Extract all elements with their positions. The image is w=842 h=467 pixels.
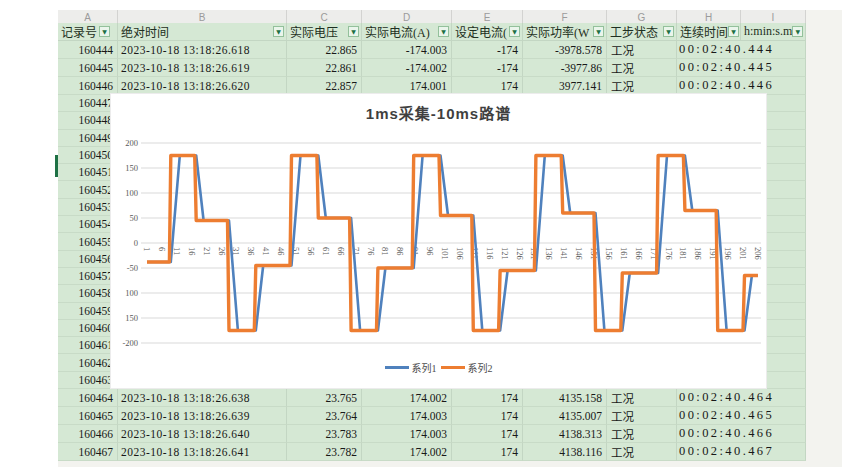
set-current-cell[interactable]: -174 [452, 59, 523, 77]
record-id-cell[interactable]: 160461 [58, 337, 118, 354]
abs-time-cell[interactable]: 2023-10-18 13:18:26.641 [118, 443, 287, 461]
filter-dropdown-button[interactable]: ▼ [99, 26, 110, 37]
column-letter-C[interactable]: C [287, 10, 362, 23]
filter-dropdown-button[interactable]: ▼ [792, 26, 803, 37]
record-id-cell[interactable]: 160458 [58, 285, 118, 302]
record-id-cell[interactable]: 160448 [58, 112, 118, 129]
set-current-cell[interactable]: 174 [452, 443, 523, 461]
filter-dropdown-button[interactable]: ▼ [663, 26, 674, 37]
record-id-cell[interactable]: 160460 [58, 320, 118, 337]
record-id-cell[interactable]: 160444 [58, 41, 118, 59]
column-header-D[interactable]: 实际电流(A)▼ [362, 23, 452, 41]
legend-item-1[interactable]: 系列1 [385, 360, 437, 375]
step-status-cell[interactable]: 工况 [607, 41, 677, 59]
record-id-cell[interactable]: 160445 [58, 59, 118, 77]
actual-current-cell[interactable]: 174.002 [362, 443, 452, 461]
actual-power-cell[interactable]: 4135.158 [523, 389, 607, 407]
legend-item-2[interactable]: 系列2 [441, 360, 493, 375]
actual-current-cell[interactable]: 174.002 [362, 389, 452, 407]
elapsed-time-cell[interactable]: 00:02:40.445 [677, 59, 806, 77]
column-header-I[interactable]: h:min:s.m▼ [741, 23, 806, 41]
elapsed-time-cell[interactable]: 00:02:40.465 [677, 407, 806, 425]
abs-time-cell[interactable]: 2023-10-18 13:18:26.618 [118, 41, 287, 59]
record-id-cell[interactable]: 160450 [58, 147, 118, 164]
actual-voltage-cell[interactable]: 22.861 [287, 59, 362, 77]
column-letter-A[interactable]: A [58, 10, 118, 23]
elapsed-time-cell[interactable]: 00:02:40.467 [677, 443, 806, 461]
column-letter-H[interactable]: H [677, 10, 741, 23]
actual-current-cell[interactable]: 174.003 [362, 407, 452, 425]
column-header-A[interactable]: 记录号▼ [58, 23, 118, 41]
embedded-chart[interactable]: 1611162126313641465156616671768186919610… [110, 93, 767, 389]
abs-time-cell[interactable]: 2023-10-18 13:18:26.639 [118, 407, 287, 425]
actual-current-cell[interactable]: -174.002 [362, 59, 452, 77]
actual-power-cell[interactable]: -3977.86 [523, 59, 607, 77]
record-id-cell[interactable]: 160449 [58, 130, 118, 147]
step-status-cell[interactable]: 工况 [607, 443, 677, 461]
record-id-cell[interactable]: 160446 [58, 77, 118, 95]
legend-label: 系列1 [412, 360, 437, 375]
filter-dropdown-button[interactable]: ▼ [593, 26, 604, 37]
abs-time-cell[interactable]: 2023-10-18 13:18:26.619 [118, 59, 287, 77]
abs-time-cell[interactable]: 2023-10-18 13:18:26.638 [118, 389, 287, 407]
record-id-cell[interactable]: 160467 [58, 443, 118, 461]
actual-power-cell[interactable]: 4138.313 [523, 425, 607, 443]
elapsed-time-cell[interactable]: 00:02:40.464 [677, 389, 806, 407]
record-id-cell[interactable]: 160459 [58, 303, 118, 320]
record-id-cell[interactable]: 160447 [58, 95, 118, 112]
column-letter-G[interactable]: G [607, 10, 677, 23]
record-id-cell[interactable]: 160454 [58, 216, 118, 233]
filter-dropdown-button[interactable]: ▼ [728, 26, 739, 37]
actual-voltage-cell[interactable]: 23.765 [287, 389, 362, 407]
column-letter-E[interactable]: E [452, 10, 523, 23]
record-id-cell[interactable]: 160456 [58, 251, 118, 268]
set-current-cell[interactable]: 174 [452, 407, 523, 425]
record-id-cell[interactable]: 160463 [58, 372, 118, 389]
record-id-cell[interactable]: 160455 [58, 233, 118, 250]
set-current-cell[interactable]: 174 [452, 389, 523, 407]
column-header-E[interactable]: 设定电流(▼ [452, 23, 523, 41]
elapsed-time-cell[interactable]: 00:02:40.466 [677, 425, 806, 443]
actual-voltage-cell[interactable]: 23.764 [287, 407, 362, 425]
filter-dropdown-button[interactable]: ▼ [509, 26, 520, 37]
chart-plot-area [111, 94, 768, 390]
step-status-cell[interactable]: 工况 [607, 389, 677, 407]
set-current-cell[interactable]: 174 [452, 425, 523, 443]
column-letter-I[interactable]: I [741, 10, 806, 23]
elapsed-time-cell[interactable]: 00:02:40.444 [677, 41, 806, 59]
step-status-cell[interactable]: 工况 [607, 59, 677, 77]
actual-current-cell[interactable]: 174.003 [362, 425, 452, 443]
record-id-cell[interactable]: 160465 [58, 407, 118, 425]
filter-dropdown-button[interactable]: ▼ [438, 26, 449, 37]
abs-time-cell[interactable]: 2023-10-18 13:18:26.640 [118, 425, 287, 443]
column-letter-F[interactable]: F [523, 10, 607, 23]
column-header-B[interactable]: 绝对时间▼ [118, 23, 287, 41]
column-header-H[interactable]: 连续时间▼ [677, 23, 741, 41]
filter-dropdown-button[interactable]: ▼ [348, 26, 359, 37]
column-header-C[interactable]: 实际电压▼ [287, 23, 362, 41]
actual-voltage-cell[interactable]: 22.865 [287, 41, 362, 59]
actual-current-cell[interactable]: -174.003 [362, 41, 452, 59]
actual-voltage-cell[interactable]: 23.782 [287, 443, 362, 461]
step-status-cell[interactable]: 工况 [607, 407, 677, 425]
record-id-cell[interactable]: 160464 [58, 389, 118, 407]
column-header-G[interactable]: 工步状态▼ [607, 23, 677, 41]
actual-voltage-cell[interactable]: 23.783 [287, 425, 362, 443]
record-id-cell[interactable]: 160457 [58, 268, 118, 285]
record-id-cell[interactable]: 160453 [58, 199, 118, 216]
legend-label: 系列2 [468, 360, 493, 375]
record-id-cell[interactable]: 160451 [58, 164, 118, 181]
record-id-cell[interactable]: 160462 [58, 354, 118, 371]
column-letter-B[interactable]: B [118, 10, 287, 23]
set-current-cell[interactable]: -174 [452, 41, 523, 59]
filter-arrow-icon: ▼ [102, 29, 107, 35]
step-status-cell[interactable]: 工况 [607, 425, 677, 443]
filter-dropdown-button[interactable]: ▼ [273, 26, 284, 37]
column-header-F[interactable]: 实际功率(W▼ [523, 23, 607, 41]
record-id-cell[interactable]: 160452 [58, 181, 118, 198]
record-id-cell[interactable]: 160466 [58, 425, 118, 443]
actual-power-cell[interactable]: -3978.578 [523, 41, 607, 59]
actual-power-cell[interactable]: 4138.116 [523, 443, 607, 461]
actual-power-cell[interactable]: 4135.007 [523, 407, 607, 425]
column-letter-D[interactable]: D [362, 10, 452, 23]
